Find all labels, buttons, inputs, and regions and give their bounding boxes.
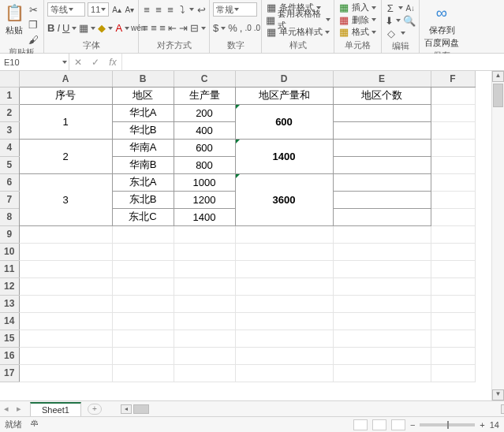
font-color-icon[interactable]: A — [115, 22, 122, 35]
insert-button[interactable]: ▦插入 — [338, 2, 378, 13]
row-header[interactable]: 11 — [0, 260, 19, 277]
cell[interactable]: 东北C — [112, 208, 174, 225]
cell[interactable]: 地区 — [112, 87, 174, 104]
cell[interactable] — [333, 104, 431, 121]
cell[interactable] — [112, 225, 174, 243]
cell[interactable] — [333, 364, 431, 382]
cell[interactable] — [431, 156, 475, 173]
comma-icon[interactable]: , — [240, 22, 243, 35]
cell[interactable] — [333, 225, 431, 243]
cell[interactable]: 东北B — [112, 191, 174, 208]
align-top-icon[interactable]: ≡ — [142, 3, 151, 16]
cell[interactable]: 1000 — [174, 173, 235, 191]
row-header[interactable]: 5 — [0, 156, 19, 173]
sheet-tab[interactable]: Sheet1 — [30, 402, 81, 416]
vertical-scrollbar[interactable]: ▲ ▼ — [491, 71, 504, 400]
horizontal-scrollbar[interactable]: ◂ ▸ — [133, 404, 499, 415]
font-name-select[interactable]: 等线 — [47, 2, 85, 17]
cell[interactable] — [431, 330, 475, 347]
row-header[interactable]: 3 — [0, 121, 19, 139]
cell[interactable] — [19, 312, 112, 330]
cell[interactable] — [333, 243, 431, 260]
cell[interactable] — [431, 260, 475, 277]
cell[interactable] — [235, 277, 333, 295]
align-right-icon[interactable]: ≡ — [159, 22, 166, 35]
cell[interactable] — [19, 260, 112, 277]
wrap-text-icon[interactable]: ↩ — [196, 3, 206, 16]
cell[interactable] — [431, 243, 475, 260]
cell[interactable] — [235, 260, 333, 277]
cell[interactable] — [333, 121, 431, 139]
cell[interactable]: 800 — [174, 156, 235, 173]
cell[interactable] — [431, 347, 475, 364]
cell[interactable]: 1400 — [235, 139, 333, 173]
save-baidu-button[interactable]: ∞ 保存到 百度网盘 — [423, 2, 461, 49]
cell[interactable] — [19, 225, 112, 243]
cell[interactable] — [19, 347, 112, 364]
zoom-slider[interactable] — [420, 423, 475, 426]
column-header[interactable]: E — [333, 71, 431, 87]
decrease-indent-icon[interactable]: ⇤ — [168, 22, 177, 35]
fill-color-icon[interactable]: ◆ — [98, 22, 106, 35]
cell[interactable] — [333, 277, 431, 295]
format-button[interactable]: ▦格式 — [338, 26, 378, 38]
border-icon[interactable]: ▦ — [79, 22, 88, 35]
cell[interactable] — [112, 277, 174, 295]
cell[interactable] — [112, 364, 174, 382]
view-normal-button[interactable] — [353, 419, 368, 430]
cell[interactable] — [333, 347, 431, 364]
row-header[interactable]: 15 — [0, 330, 19, 347]
cell[interactable] — [431, 277, 475, 295]
cell[interactable] — [112, 260, 174, 277]
column-header[interactable]: F — [431, 71, 475, 87]
cell[interactable]: 华南A — [112, 139, 174, 156]
cell[interactable] — [431, 364, 475, 382]
cell[interactable] — [112, 330, 174, 347]
row-header[interactable]: 10 — [0, 243, 19, 260]
cell[interactable] — [19, 295, 112, 312]
decrease-decimal-icon[interactable]: .0 — [254, 22, 260, 35]
font-size-select[interactable]: 11 — [88, 2, 109, 17]
zoom-in-button[interactable]: + — [480, 420, 484, 430]
cell[interactable] — [19, 330, 112, 347]
cell[interactable]: 华北A — [112, 104, 174, 121]
cell[interactable] — [112, 347, 174, 364]
align-center-icon[interactable]: ≡ — [151, 22, 157, 35]
align-bottom-icon[interactable]: ≡ — [166, 3, 175, 16]
row-header[interactable]: 14 — [0, 312, 19, 330]
view-layout-button[interactable] — [372, 419, 386, 430]
cell[interactable] — [333, 260, 431, 277]
cell[interactable]: 东北A — [112, 173, 174, 191]
currency-icon[interactable]: $ — [213, 22, 218, 35]
row-header[interactable]: 4 — [0, 139, 19, 156]
cell[interactable] — [235, 330, 333, 347]
underline-icon[interactable]: U — [62, 22, 69, 35]
cell[interactable] — [174, 312, 235, 330]
find-icon[interactable]: 🔍 — [403, 14, 416, 27]
cell[interactable] — [235, 243, 333, 260]
cell[interactable] — [431, 104, 475, 121]
cell[interactable] — [431, 121, 475, 139]
cell[interactable]: 地区个数 — [333, 87, 431, 104]
merge-icon[interactable]: ⊟ — [190, 22, 199, 35]
cell[interactable] — [19, 243, 112, 260]
column-header[interactable]: C — [174, 71, 235, 87]
row-header[interactable]: 13 — [0, 295, 19, 312]
cell[interactable] — [431, 312, 475, 330]
cell[interactable] — [333, 208, 431, 225]
row-header[interactable]: 1 — [0, 87, 19, 104]
cell[interactable]: 华北B — [112, 121, 174, 139]
cell[interactable]: 2 — [19, 139, 112, 173]
cell[interactable]: 华南B — [112, 156, 174, 173]
fx-icon[interactable]: fx — [104, 57, 121, 68]
cell[interactable] — [431, 295, 475, 312]
cell[interactable]: 600 — [174, 139, 235, 156]
row-header[interactable]: 2 — [0, 104, 19, 121]
table-format-button[interactable]: ▦套用表格格式 — [265, 14, 330, 26]
cell[interactable] — [112, 295, 174, 312]
cell[interactable] — [174, 347, 235, 364]
increase-font-icon[interactable]: A▴ — [111, 3, 121, 16]
cancel-formula-icon[interactable]: ✕ — [69, 57, 87, 68]
increase-indent-icon[interactable]: ⇥ — [179, 22, 188, 35]
column-header[interactable]: A — [19, 71, 112, 87]
